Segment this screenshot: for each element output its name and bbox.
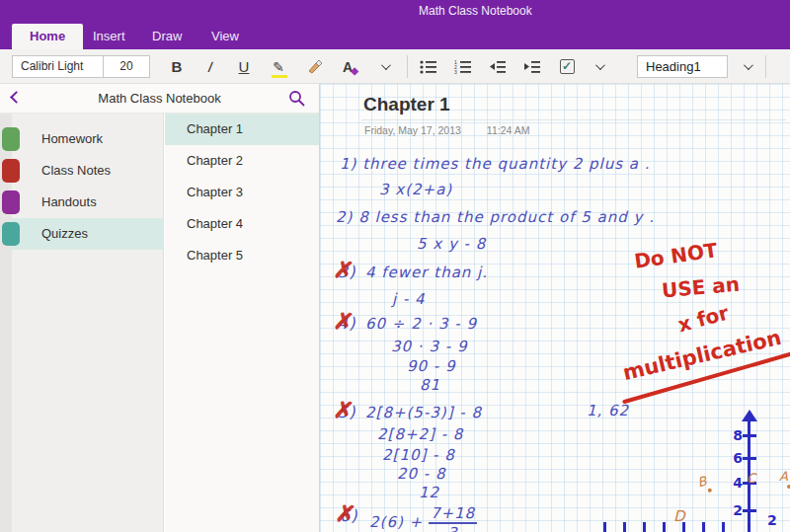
page-title[interactable]: Chapter 1: [363, 94, 450, 115]
font-styles-button[interactable]: A ◆: [338, 53, 365, 80]
red-cross-out-icon: ✗: [332, 309, 355, 336]
axis-tick: [743, 509, 756, 512]
style-dropdown-chevron[interactable]: [733, 53, 760, 80]
axis-tick: [743, 457, 756, 460]
section-label: Quizzes: [41, 226, 88, 241]
axis-tick-label: 4: [727, 475, 743, 491]
bold-button[interactable]: B: [163, 53, 191, 80]
bullet-list-button[interactable]: [415, 53, 442, 80]
page-chapter-2[interactable]: Chapter 2: [165, 145, 319, 177]
section-handouts[interactable]: Handouts: [12, 187, 163, 218]
ink-line: 12: [419, 484, 439, 501]
font-styles-gem-icon: ◆: [351, 65, 358, 76]
title-bar: Math Class Notebook: [0, 0, 790, 22]
section-color-tab: [2, 159, 20, 183]
ink-line: 2[8+(5-3)] - 8: [365, 404, 482, 421]
section-color-tab: [2, 127, 20, 151]
notebook-header: Math Class Notebook: [0, 84, 319, 114]
point-dot: [707, 488, 712, 493]
todo-checkbox-icon: ✓: [560, 59, 575, 74]
section-color-tab: [2, 222, 20, 246]
section-quizzes[interactable]: Quizzes: [12, 218, 163, 250]
ink-answer: 1, 62: [587, 402, 629, 419]
search-button[interactable]: [288, 90, 305, 107]
ink-line: 2[10] - 8: [382, 446, 455, 464]
ink-line: 3 x(2+a): [379, 181, 452, 198]
red-cross-out-icon: ✗: [334, 501, 356, 528]
notebook-title: Math Class Notebook: [0, 91, 319, 106]
window-title: Math Class Notebook: [419, 4, 532, 18]
format-painter-icon: [305, 58, 323, 76]
ribbon-tab-bar: Home Insert Draw View: [0, 22, 790, 49]
format-painter-button[interactable]: [300, 53, 328, 80]
section-class-notes[interactable]: Class Notes: [12, 155, 163, 187]
page-chapter-5[interactable]: Chapter 5: [165, 240, 319, 271]
page-date: Friday, May 17, 2013: [364, 124, 461, 136]
highlighter-button[interactable]: ✎: [265, 53, 292, 80]
chevron-down-icon: [594, 60, 604, 70]
svg-text:3: 3: [454, 69, 457, 75]
section-homework[interactable]: Homework: [12, 123, 163, 155]
red-note: USE an: [661, 272, 741, 303]
page-datetime: Friday, May 17, 201311:24 AM: [364, 124, 529, 136]
toolbar-separator: [765, 55, 766, 78]
point-label-a: A: [779, 469, 790, 489]
page-time: 11:24 AM: [487, 124, 530, 136]
chevron-down-icon: [743, 60, 752, 70]
decrease-indent-button[interactable]: [484, 53, 512, 80]
ink-line: 81: [420, 376, 440, 394]
numbered-list-icon: 1 2 3: [454, 59, 472, 75]
page-chapter-4[interactable]: Chapter 4: [165, 208, 319, 240]
ribbon-toolbar: Calibri Light 20 B I U ✎ A ◆: [0, 49, 790, 84]
font-size-input[interactable]: 20: [104, 56, 149, 77]
search-icon: [288, 90, 305, 107]
section-label: Handouts: [41, 194, 97, 209]
bullet-list-icon: [420, 59, 437, 75]
point-label-c: C: [747, 471, 755, 486]
ink-line: j - 4: [392, 290, 426, 308]
toolbar-separator: [407, 55, 408, 78]
red-cross-out-icon: ✗: [332, 398, 355, 424]
section-list: Homework Class Notes Handouts Quizzes: [12, 114, 164, 532]
tab-draw[interactable]: Draw: [134, 24, 199, 49]
tab-insert[interactable]: Insert: [75, 24, 143, 49]
tab-home[interactable]: Home: [12, 24, 83, 49]
point-label-b: B: [696, 473, 712, 494]
italic-button[interactable]: I: [194, 53, 227, 80]
ink-line: 60 ÷ 2 · 3 - 9: [365, 315, 477, 333]
stray-axis-label: 2: [767, 512, 777, 528]
ink-line: 20 - 8: [397, 465, 446, 483]
axis-tick-label: 8: [727, 427, 743, 443]
font-name-input[interactable]: Calibri Light: [13, 56, 104, 77]
red-note: Do NOT: [633, 238, 719, 273]
section-label: Homework: [41, 131, 103, 146]
ink-fraction-line: 2(6) + 7+183: [369, 504, 477, 532]
tab-view[interactable]: View: [194, 24, 257, 49]
style-dropdown[interactable]: Heading1: [637, 55, 728, 78]
underline-button[interactable]: U: [230, 53, 258, 80]
ink-line: 2[8+2] - 8: [377, 425, 463, 443]
page-chapter-3[interactable]: Chapter 3: [165, 177, 319, 208]
ink-line: 1) three times the quantity 2 plus a .: [340, 155, 651, 173]
onenote-window: Math Class Notebook Home Insert Draw Vie…: [0, 0, 790, 532]
font-more-dropdown[interactable]: [370, 53, 398, 80]
ink-line: 90 - 9: [407, 357, 456, 375]
chevron-down-icon: [380, 60, 390, 70]
axis-tick: [743, 434, 756, 437]
ink-line: 2) 8 less than the product of 5 and y .: [336, 208, 655, 226]
ink-line: 5 x y - 8: [417, 235, 486, 253]
ink-line: 30 · 3 - 9: [391, 338, 467, 355]
section-color-tab: [2, 190, 20, 214]
numbered-list-button[interactable]: 1 2 3: [449, 53, 477, 80]
page-list: Chapter 1 Chapter 2 Chapter 3 Chapter 4 …: [165, 114, 319, 532]
highlighter-icon: ✎: [273, 59, 284, 75]
page-chapter-1[interactable]: Chapter 1: [165, 114, 319, 145]
red-cross-out-icon: ✗: [332, 258, 355, 284]
font-controls: Calibri Light 20: [12, 55, 150, 78]
todo-tag-button[interactable]: ✓: [553, 53, 581, 80]
axis-tick-label: 6: [727, 450, 743, 466]
tags-dropdown[interactable]: [585, 53, 612, 80]
red-note: x for: [675, 301, 732, 338]
page-canvas[interactable]: Chapter 1 Friday, May 17, 201311:24 AM 1…: [319, 84, 790, 532]
increase-indent-button[interactable]: [518, 53, 546, 80]
